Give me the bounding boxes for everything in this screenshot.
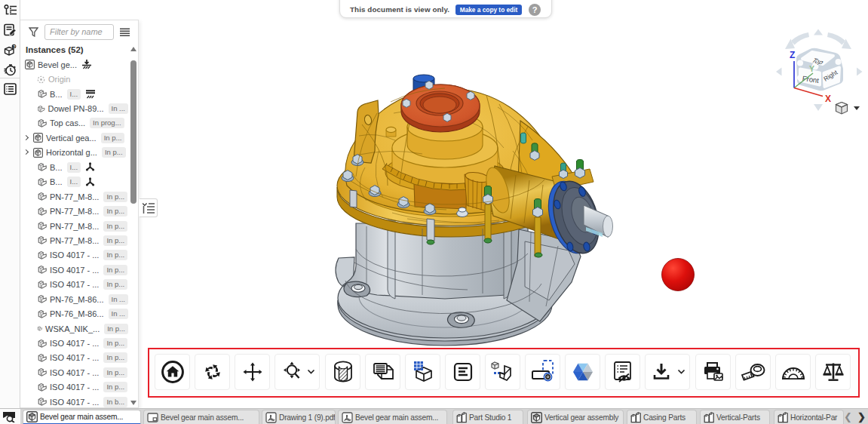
svg-text:Z: Z: [790, 50, 795, 60]
svg-text:Y: Y: [809, 64, 814, 73]
svg-text:X: X: [825, 94, 831, 104]
